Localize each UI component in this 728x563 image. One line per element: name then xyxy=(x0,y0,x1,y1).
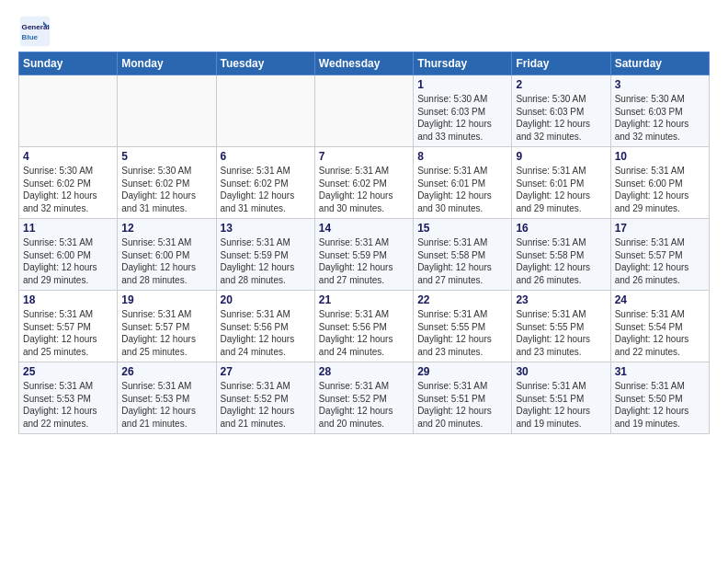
header: General Blue xyxy=(18,15,710,48)
day-number: 28 xyxy=(319,365,409,378)
calendar-cell: 15Sunrise: 5:31 AM Sunset: 5:58 PM Dayli… xyxy=(414,219,512,291)
day-info: Sunrise: 5:31 AM Sunset: 5:57 PM Dayligh… xyxy=(121,308,211,358)
day-number: 31 xyxy=(615,365,705,378)
day-info: Sunrise: 5:31 AM Sunset: 6:02 PM Dayligh… xyxy=(319,165,409,214)
calendar-cell: 21Sunrise: 5:31 AM Sunset: 5:56 PM Dayli… xyxy=(314,291,413,362)
calendar-cell: 29Sunrise: 5:31 AM Sunset: 5:51 PM Dayli… xyxy=(414,362,512,434)
day-info: Sunrise: 5:30 AM Sunset: 6:02 PM Dayligh… xyxy=(121,165,211,214)
weekday-header-monday: Monday xyxy=(118,52,216,75)
calendar-cell: 6Sunrise: 5:31 AM Sunset: 6:02 PM Daylig… xyxy=(216,147,314,219)
calendar-cell: 13Sunrise: 5:31 AM Sunset: 5:59 PM Dayli… xyxy=(216,219,314,291)
day-number: 29 xyxy=(417,365,507,378)
day-info: Sunrise: 5:31 AM Sunset: 5:56 PM Dayligh… xyxy=(221,308,311,358)
calendar-cell: 17Sunrise: 5:31 AM Sunset: 5:57 PM Dayli… xyxy=(610,219,709,291)
day-info: Sunrise: 5:30 AM Sunset: 6:03 PM Dayligh… xyxy=(417,93,507,143)
calendar-cell: 18Sunrise: 5:31 AM Sunset: 5:57 PM Dayli… xyxy=(19,291,118,362)
day-info: Sunrise: 5:31 AM Sunset: 5:59 PM Dayligh… xyxy=(221,236,311,286)
day-number: 11 xyxy=(23,222,113,235)
calendar-cell: 2Sunrise: 5:30 AM Sunset: 6:03 PM Daylig… xyxy=(512,75,610,147)
day-info: Sunrise: 5:31 AM Sunset: 5:52 PM Dayligh… xyxy=(319,380,409,430)
logo-icon: General Blue xyxy=(18,15,51,48)
day-number: 10 xyxy=(615,150,705,163)
day-info: Sunrise: 5:31 AM Sunset: 5:55 PM Dayligh… xyxy=(516,308,606,358)
day-info: Sunrise: 5:31 AM Sunset: 5:55 PM Dayligh… xyxy=(417,308,507,358)
weekday-header-friday: Friday xyxy=(512,52,610,75)
day-number: 7 xyxy=(319,150,409,163)
day-info: Sunrise: 5:31 AM Sunset: 5:51 PM Dayligh… xyxy=(516,380,606,430)
day-info: Sunrise: 5:31 AM Sunset: 6:00 PM Dayligh… xyxy=(615,165,705,214)
day-number: 1 xyxy=(417,78,507,91)
day-info: Sunrise: 5:31 AM Sunset: 5:58 PM Dayligh… xyxy=(516,236,606,286)
calendar-cell: 19Sunrise: 5:31 AM Sunset: 5:57 PM Dayli… xyxy=(118,291,216,362)
day-number: 4 xyxy=(23,150,113,163)
day-info: Sunrise: 5:31 AM Sunset: 5:51 PM Dayligh… xyxy=(417,380,507,430)
calendar-cell: 1Sunrise: 5:30 AM Sunset: 6:03 PM Daylig… xyxy=(414,75,512,147)
calendar-cell: 12Sunrise: 5:31 AM Sunset: 6:00 PM Dayli… xyxy=(118,219,216,291)
day-info: Sunrise: 5:31 AM Sunset: 5:56 PM Dayligh… xyxy=(319,308,409,358)
day-info: Sunrise: 5:31 AM Sunset: 5:50 PM Dayligh… xyxy=(615,380,705,430)
day-number: 12 xyxy=(121,222,211,235)
weekday-header-wednesday: Wednesday xyxy=(314,52,413,75)
day-number: 3 xyxy=(615,78,705,91)
day-number: 18 xyxy=(23,293,113,306)
calendar-cell: 8Sunrise: 5:31 AM Sunset: 6:01 PM Daylig… xyxy=(414,147,512,219)
day-info: Sunrise: 5:31 AM Sunset: 5:59 PM Dayligh… xyxy=(319,236,409,286)
calendar-cell: 20Sunrise: 5:31 AM Sunset: 5:56 PM Dayli… xyxy=(216,291,314,362)
day-number: 23 xyxy=(516,293,606,306)
day-info: Sunrise: 5:31 AM Sunset: 5:53 PM Dayligh… xyxy=(121,380,211,430)
day-number: 15 xyxy=(417,222,507,235)
day-number: 6 xyxy=(221,150,311,163)
weekday-header-sunday: Sunday xyxy=(19,52,118,75)
calendar-cell: 11Sunrise: 5:31 AM Sunset: 6:00 PM Dayli… xyxy=(19,219,118,291)
calendar-cell: 10Sunrise: 5:31 AM Sunset: 6:00 PM Dayli… xyxy=(610,147,709,219)
calendar-cell: 5Sunrise: 5:30 AM Sunset: 6:02 PM Daylig… xyxy=(118,147,216,219)
day-number: 17 xyxy=(615,222,705,235)
day-number: 8 xyxy=(417,150,507,163)
calendar-cell: 3Sunrise: 5:30 AM Sunset: 6:03 PM Daylig… xyxy=(610,75,709,147)
calendar-cell: 22Sunrise: 5:31 AM Sunset: 5:55 PM Dayli… xyxy=(414,291,512,362)
calendar-cell: 30Sunrise: 5:31 AM Sunset: 5:51 PM Dayli… xyxy=(512,362,610,434)
day-info: Sunrise: 5:31 AM Sunset: 5:54 PM Dayligh… xyxy=(615,308,705,358)
day-info: Sunrise: 5:31 AM Sunset: 5:52 PM Dayligh… xyxy=(221,380,311,430)
day-info: Sunrise: 5:31 AM Sunset: 5:57 PM Dayligh… xyxy=(615,236,705,286)
day-info: Sunrise: 5:30 AM Sunset: 6:03 PM Dayligh… xyxy=(615,93,705,143)
day-number: 16 xyxy=(516,222,606,235)
day-number: 9 xyxy=(516,150,606,163)
day-info: Sunrise: 5:31 AM Sunset: 5:58 PM Dayligh… xyxy=(417,236,507,286)
day-number: 21 xyxy=(319,293,409,306)
day-info: Sunrise: 5:31 AM Sunset: 6:01 PM Dayligh… xyxy=(417,165,507,214)
calendar-cell: 7Sunrise: 5:31 AM Sunset: 6:02 PM Daylig… xyxy=(314,147,413,219)
calendar-cell: 9Sunrise: 5:31 AM Sunset: 6:01 PM Daylig… xyxy=(512,147,610,219)
day-info: Sunrise: 5:31 AM Sunset: 5:57 PM Dayligh… xyxy=(23,308,113,358)
calendar-cell: 27Sunrise: 5:31 AM Sunset: 5:52 PM Dayli… xyxy=(216,362,314,434)
day-info: Sunrise: 5:31 AM Sunset: 6:02 PM Dayligh… xyxy=(221,165,311,214)
calendar-cell: 14Sunrise: 5:31 AM Sunset: 5:59 PM Dayli… xyxy=(314,219,413,291)
day-number: 20 xyxy=(221,293,311,306)
calendar-cell xyxy=(118,75,216,147)
calendar-table: SundayMondayTuesdayWednesdayThursdayFrid… xyxy=(18,52,710,434)
calendar-cell: 4Sunrise: 5:30 AM Sunset: 6:02 PM Daylig… xyxy=(19,147,118,219)
day-info: Sunrise: 5:31 AM Sunset: 6:01 PM Dayligh… xyxy=(516,165,606,214)
calendar-cell xyxy=(314,75,413,147)
calendar-cell: 31Sunrise: 5:31 AM Sunset: 5:50 PM Dayli… xyxy=(610,362,709,434)
weekday-header-tuesday: Tuesday xyxy=(216,52,314,75)
logo: General Blue xyxy=(18,15,53,48)
calendar-cell xyxy=(19,75,118,147)
day-info: Sunrise: 5:30 AM Sunset: 6:02 PM Dayligh… xyxy=(23,165,113,214)
day-number: 22 xyxy=(417,293,507,306)
day-info: Sunrise: 5:31 AM Sunset: 5:53 PM Dayligh… xyxy=(23,380,113,430)
calendar-cell: 23Sunrise: 5:31 AM Sunset: 5:55 PM Dayli… xyxy=(512,291,610,362)
day-number: 5 xyxy=(121,150,211,163)
day-info: Sunrise: 5:31 AM Sunset: 6:00 PM Dayligh… xyxy=(121,236,211,286)
day-number: 30 xyxy=(516,365,606,378)
weekday-header-saturday: Saturday xyxy=(610,52,709,75)
day-number: 24 xyxy=(615,293,705,306)
day-number: 25 xyxy=(23,365,113,378)
calendar-cell: 16Sunrise: 5:31 AM Sunset: 5:58 PM Dayli… xyxy=(512,219,610,291)
calendar-cell: 28Sunrise: 5:31 AM Sunset: 5:52 PM Dayli… xyxy=(314,362,413,434)
calendar-cell: 24Sunrise: 5:31 AM Sunset: 5:54 PM Dayli… xyxy=(610,291,709,362)
day-number: 14 xyxy=(319,222,409,235)
calendar-cell xyxy=(216,75,314,147)
calendar-cell: 25Sunrise: 5:31 AM Sunset: 5:53 PM Dayli… xyxy=(19,362,118,434)
day-info: Sunrise: 5:31 AM Sunset: 6:00 PM Dayligh… xyxy=(23,236,113,286)
